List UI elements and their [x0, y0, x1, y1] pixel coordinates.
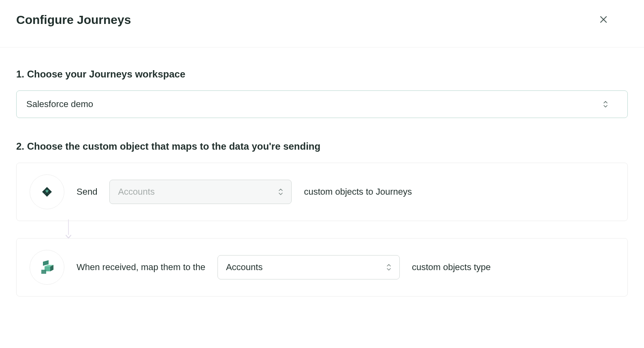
destination-logo-circle — [30, 250, 64, 285]
connector — [53, 221, 628, 238]
x-shape-icon — [38, 183, 56, 201]
svg-marker-11 — [41, 270, 46, 274]
step-2-heading: 2. Choose the custom object that maps to… — [16, 141, 628, 152]
send-card: Send Accounts custom objects to Journeys — [16, 163, 628, 221]
dialog-title: Configure Journeys — [16, 13, 131, 27]
close-button[interactable] — [595, 11, 612, 28]
step-1-heading: 1. Choose your Journeys workspace — [16, 69, 628, 80]
receive-object-select[interactable]: Accounts — [218, 255, 400, 279]
arrow-down-icon — [66, 233, 71, 237]
cube-icon — [37, 258, 57, 277]
send-suffix-text: custom objects to Journeys — [304, 187, 412, 197]
send-object-select[interactable]: Accounts — [109, 180, 292, 204]
select-arrows-icon — [386, 264, 391, 271]
dialog-header: Configure Journeys — [0, 0, 644, 47]
workspace-select[interactable]: Salesforce demo — [16, 90, 628, 118]
select-arrows-icon — [603, 101, 608, 107]
close-icon — [599, 15, 608, 24]
receive-suffix-text: custom objects type — [412, 262, 490, 273]
receive-card: When received, map them to the Accounts … — [16, 238, 628, 296]
select-arrows-icon — [278, 189, 283, 195]
receive-object-value: Accounts — [226, 262, 263, 273]
send-object-placeholder: Accounts — [118, 187, 155, 197]
connector-line — [68, 219, 69, 235]
receive-prefix-text: When received, map them to the — [77, 262, 205, 273]
source-logo-circle — [30, 174, 64, 209]
workspace-selected-value: Salesforce demo — [26, 99, 93, 110]
send-prefix-text: Send — [77, 187, 97, 197]
dialog-content: 1. Choose your Journeys workspace Salesf… — [0, 47, 644, 313]
